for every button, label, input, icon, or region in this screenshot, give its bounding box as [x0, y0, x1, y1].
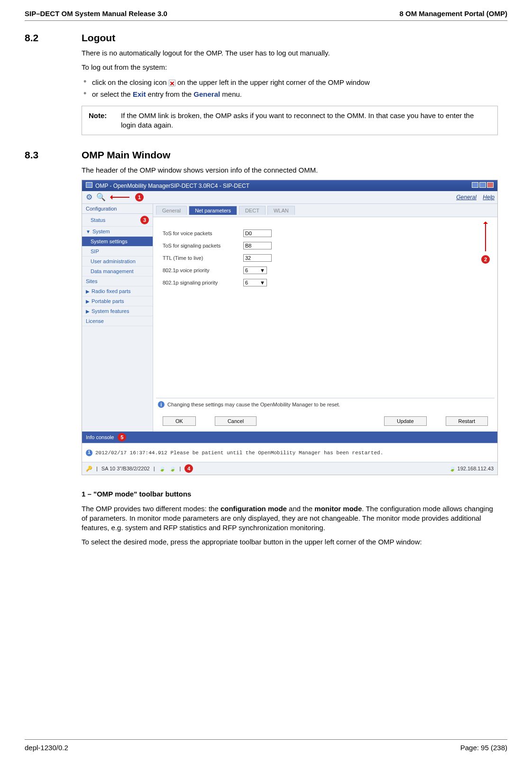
nav-item-system[interactable]: ▼System	[82, 227, 153, 237]
note-text: If the OMM link is broken, the OMP asks …	[121, 111, 491, 130]
magnifier-icon[interactable]: 🔍	[96, 193, 105, 202]
menu-help[interactable]: Help	[483, 194, 495, 201]
nav-item-license[interactable]: License	[82, 316, 153, 326]
minimize-icon	[472, 182, 478, 188]
running-footer: depl-1230/0.2 Page: 95 (238)	[25, 739, 507, 752]
omp-screenshot-figure: OMP - OpenMobility ManagerSIP-DECT 3.0RC…	[82, 180, 498, 475]
main-pane: General Net parameters DECT WLAN ToS for…	[153, 204, 497, 432]
nav-item-system-settings[interactable]: System settings	[82, 237, 153, 247]
running-header: SIP–DECT OM System Manual Release 3.0 8 …	[25, 9, 507, 21]
footer-left: depl-1230/0.2	[25, 744, 68, 752]
close-icon	[487, 182, 494, 188]
combo-voice-prio[interactable]: 6▼	[243, 267, 267, 274]
label-ttl: TTL (Time to live)	[163, 255, 243, 261]
paragraph: To select the desired mode, press the ap…	[82, 537, 498, 547]
maximize-icon	[479, 182, 486, 188]
menu-ref-general: General	[193, 90, 220, 98]
menu-ref-exit: Exit	[133, 90, 146, 98]
chevron-right-icon: ▶	[86, 309, 90, 314]
list-item: click on the closing icon on the upper l…	[82, 77, 498, 87]
info-icon: i	[158, 401, 165, 408]
callout-badge-4: 4	[184, 464, 193, 473]
callout-arrow	[110, 197, 129, 198]
close-icon	[169, 80, 175, 86]
section-number: 8.2	[25, 32, 82, 44]
chevron-right-icon: ▶	[86, 289, 90, 294]
paragraph: The header of the OMP window shows versi…	[82, 165, 498, 175]
info-icon: i	[86, 450, 92, 456]
info-strip: i Changing these settings may cause the …	[156, 398, 495, 411]
nav-item-status[interactable]: Status3	[82, 214, 153, 227]
paragraph: The OMP provides two different modes: th…	[82, 504, 498, 533]
section-number: 8.3	[25, 149, 82, 161]
chevron-right-icon: ▶	[86, 299, 90, 304]
leaf-icon: 🍃	[159, 466, 165, 472]
leaf-icon: 🍃	[169, 466, 176, 472]
chevron-down-icon: ▼	[260, 267, 265, 273]
section-title: OMP Main Window	[82, 149, 170, 161]
gear-icon[interactable]: ⚙	[85, 193, 93, 202]
menu-general[interactable]: General	[456, 194, 477, 201]
tab-wlan[interactable]: WLAN	[267, 206, 295, 215]
label-tos-voice: ToS for voice packets	[163, 230, 243, 236]
chevron-down-icon: ▼	[260, 280, 265, 285]
combo-sig-prio[interactable]: 6▼	[243, 279, 267, 286]
key-icon: 🔑	[86, 466, 92, 472]
cancel-button[interactable]: Cancel	[215, 416, 257, 426]
nav-panel: Configuration Status3 ▼System System set…	[82, 204, 153, 432]
status-bar: 🔑 | SA 10 3"/B38/2/2202 | 🍃 🍃 | 4 🍃 192.…	[82, 462, 497, 475]
info-console-body: i 2012/02/17 16:37:44.912 Please be pati…	[82, 443, 497, 462]
input-tos-sig[interactable]	[243, 242, 272, 249]
status-ip: 192.168.112.43	[458, 466, 494, 471]
nav-item-rfp[interactable]: ▶Radio fixed parts	[82, 286, 153, 296]
leaf-icon: 🍃	[449, 466, 456, 471]
app-icon	[86, 182, 92, 188]
input-ttl[interactable]	[243, 254, 272, 262]
subsection-heading: 1 – "OMP mode" toolbar buttons	[82, 489, 498, 499]
console-message: 2012/02/17 16:37:44.912 Please be patien…	[95, 450, 383, 456]
header-left: SIP–DECT OM System Manual Release 3.0	[25, 9, 167, 18]
nav-item-sysfeat[interactable]: ▶System features	[82, 306, 153, 316]
label-voice-prio: 802.1p voice priority	[163, 267, 243, 273]
nav-item-sites[interactable]: Sites	[82, 276, 153, 286]
chevron-down-icon: ▼	[86, 229, 91, 234]
ok-button[interactable]: OK	[163, 416, 196, 426]
paragraph: There is no automatically logout for the…	[82, 48, 498, 58]
nav-item-pp[interactable]: ▶Portable parts	[82, 296, 153, 306]
paragraph: To log out from the system:	[82, 63, 498, 72]
tab-general[interactable]: General	[156, 206, 187, 215]
nav-item-sip[interactable]: SIP	[82, 247, 153, 257]
label-tos-sig: ToS for signaling packets	[163, 243, 243, 248]
window-controls[interactable]	[471, 182, 494, 189]
window-titlebar: OMP - OpenMobility ManagerSIP-DECT 3.0RC…	[82, 180, 497, 191]
callout-badge-5: 5	[118, 433, 126, 441]
note-label: Note:	[89, 111, 113, 130]
footer-right: Page: 95 (238)	[460, 744, 507, 752]
app-menu: General Help	[451, 194, 495, 201]
input-tos-voice[interactable]	[243, 230, 272, 237]
note-box: Note: If the OMM link is broken, the OMP…	[82, 106, 498, 136]
callout-badge-1: 1	[135, 193, 144, 202]
update-button[interactable]: Update	[384, 416, 426, 426]
label-sig-prio: 802.1p signaling priority	[163, 280, 243, 285]
section-title: Logout	[82, 32, 115, 44]
callout-arrow	[485, 223, 486, 251]
status-text: SA 10 3"/B38/2/2202	[101, 466, 150, 471]
list-item: or select the Exit entry from the Genera…	[82, 89, 498, 99]
nav-item-data-mgmt[interactable]: Data management	[82, 267, 153, 276]
info-console-header[interactable]: Info console 5	[82, 432, 497, 443]
restart-button[interactable]: Restart	[446, 416, 488, 426]
nav-header: Configuration	[86, 206, 117, 211]
nav-item-user-admin[interactable]: User administration	[82, 257, 153, 267]
header-right: 8 OM Management Portal (OMP)	[399, 9, 507, 18]
window-title: OMP - OpenMobility ManagerSIP-DECT 3.0RC…	[95, 183, 249, 189]
toolbar: ⚙ 🔍 1 General Help	[82, 191, 497, 204]
tab-dect[interactable]: DECT	[239, 206, 266, 215]
callout-badge-3: 3	[140, 216, 149, 224]
tab-net-parameters[interactable]: Net parameters	[189, 206, 237, 215]
